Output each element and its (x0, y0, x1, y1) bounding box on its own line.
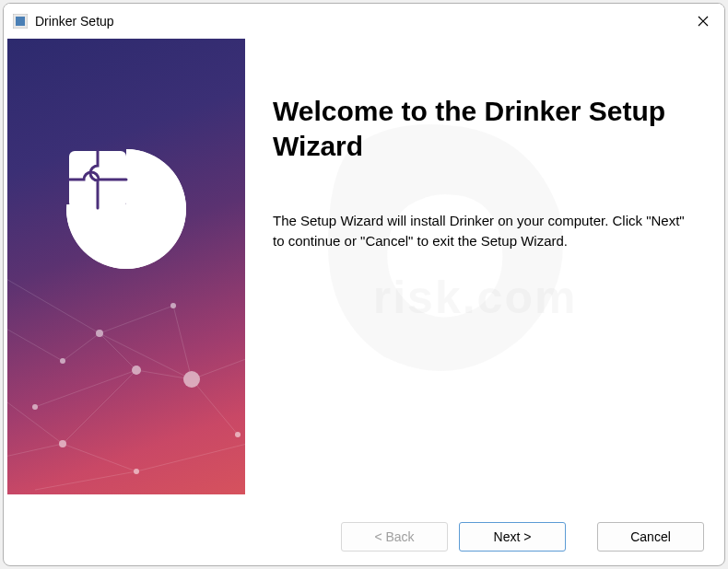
svg-point-21 (96, 330, 103, 337)
titlebar: Drinker Setup (4, 4, 724, 39)
svg-line-19 (173, 306, 192, 379)
svg-point-29 (235, 432, 241, 437)
svg-line-10 (63, 444, 136, 471)
svg-line-17 (35, 471, 136, 490)
svg-point-23 (32, 404, 38, 410)
app-icon (13, 14, 28, 29)
setup-window: Drinker Setup (3, 3, 725, 566)
svg-rect-1 (16, 17, 25, 26)
svg-point-28 (170, 303, 176, 308)
svg-point-22 (183, 371, 200, 388)
close-button[interactable] (682, 4, 724, 39)
back-button: < Back (341, 522, 448, 552)
svg-point-26 (134, 469, 139, 474)
svg-point-25 (59, 440, 66, 447)
svg-line-12 (63, 370, 136, 444)
svg-line-16 (192, 379, 238, 435)
svg-line-5 (100, 333, 192, 379)
cancel-button[interactable]: Cancel (597, 522, 704, 552)
window-title: Drinker Setup (35, 14, 682, 29)
svg-line-20 (100, 306, 173, 333)
content-area: risk.com Welcome to the Drinker Setup Wi… (4, 39, 724, 508)
svg-line-4 (7, 269, 100, 333)
wizard-description: The Setup Wizard will install Drinker on… (273, 211, 691, 251)
button-bar: < Back Next > Cancel (4, 508, 724, 565)
svg-line-14 (7, 324, 63, 361)
svg-line-15 (63, 333, 100, 361)
close-icon (698, 16, 709, 27)
svg-line-7 (35, 370, 136, 407)
wizard-heading: Welcome to the Drinker Setup Wizard (273, 94, 691, 163)
watermark-text: risk.com (373, 271, 578, 324)
wizard-banner (7, 39, 245, 494)
svg-line-18 (7, 444, 63, 462)
puzzle-logo-icon (53, 131, 200, 278)
wizard-content: risk.com Welcome to the Drinker Setup Wi… (245, 39, 724, 508)
next-button[interactable]: Next > (459, 522, 566, 552)
svg-line-11 (136, 444, 245, 471)
svg-line-6 (192, 352, 245, 379)
svg-point-24 (132, 366, 141, 375)
svg-line-9 (7, 389, 63, 444)
svg-point-27 (60, 358, 65, 364)
svg-line-13 (100, 333, 136, 370)
